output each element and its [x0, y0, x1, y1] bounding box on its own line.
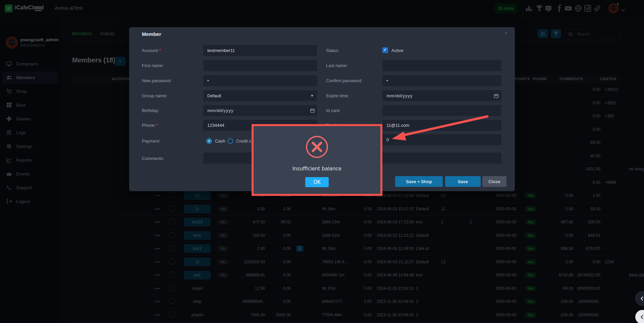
modal-title: Member [142, 31, 161, 37]
confirm-password-input[interactable] [382, 75, 501, 86]
error-dialog: Insufficient balance OK [254, 126, 380, 194]
chevron-left-icon [640, 314, 644, 320]
first-name-label: First name: [142, 63, 164, 68]
last-name-label: Last name: [326, 63, 347, 68]
payment-credit-radio[interactable] [227, 138, 233, 144]
new-password-input[interactable] [203, 75, 317, 86]
close-button[interactable]: Close [482, 176, 506, 187]
email-input[interactable] [382, 120, 501, 131]
payment-cash-label: Cash [215, 139, 225, 144]
error-message: Insufficient balance [292, 166, 342, 172]
close-icon[interactable]: × [504, 30, 507, 36]
phone-label: Phone:* [142, 123, 158, 128]
error-x-icon [306, 136, 328, 158]
ok-button[interactable]: OK [305, 177, 329, 187]
save-button[interactable]: Save [445, 176, 481, 187]
confirm-password-label: Confirm password: [326, 78, 362, 83]
payment-label: Payment: [142, 139, 160, 144]
app-root: i2 iCafeCloud Arena aiTest 25 days young… [0, 0, 644, 323]
expire-time-label: Expire time: [326, 93, 349, 98]
status-checkbox[interactable] [382, 47, 388, 53]
group-name-label: Group name: [142, 93, 167, 98]
balance-input[interactable] [382, 134, 501, 145]
annotation-highlight-frame: Insufficient balance OK [252, 124, 382, 196]
account-input[interactable] [203, 45, 317, 56]
id-card-input[interactable] [382, 105, 501, 116]
comments-label: Comments: [142, 156, 164, 161]
id-card-label: Id card: [326, 108, 340, 113]
group-name-select[interactable]: Default [203, 90, 317, 101]
chevron-left-icon [640, 296, 644, 301]
birthday-input[interactable] [203, 105, 317, 116]
account-label: Account:* [142, 48, 161, 53]
status-label: Status [326, 48, 338, 53]
expire-time-input[interactable] [382, 90, 501, 101]
status-active-label: Active [391, 48, 403, 53]
new-password-label: New password: [142, 78, 172, 83]
first-name-input[interactable] [203, 60, 317, 71]
last-name-input[interactable] [382, 60, 501, 71]
birthday-label: Birthday: [142, 108, 159, 113]
payment-cash-radio[interactable] [206, 138, 212, 144]
save-shop-button[interactable]: Save + Shop [395, 176, 443, 187]
